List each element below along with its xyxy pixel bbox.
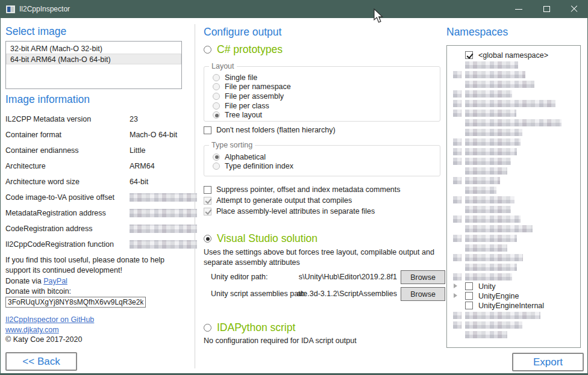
type-sorting-radio[interactable] bbox=[213, 163, 220, 170]
layout-option[interactable]: File per class bbox=[213, 101, 440, 111]
namespace-row bbox=[447, 253, 580, 262]
namespaces-panel[interactable]: <global namespace>UnityUnityEngineUnityE… bbox=[446, 45, 581, 348]
output-checkbox[interactable] bbox=[204, 208, 211, 215]
visual-studio-option[interactable]: Visual Studio solution bbox=[204, 232, 317, 245]
layout-group-label: Layout bbox=[209, 62, 237, 70]
export-button[interactable]: Export bbox=[512, 353, 584, 371]
namespace-row[interactable]: Unity bbox=[447, 282, 580, 291]
namespace-row bbox=[447, 311, 580, 320]
browse-script-assemblies-button[interactable]: Browse bbox=[401, 287, 445, 301]
output-checkbox-row[interactable]: Attempt to generate output that compiles bbox=[204, 196, 352, 205]
expander-icon[interactable] bbox=[454, 284, 457, 288]
visual-studio-description: Uses the settings above but forces tree … bbox=[204, 247, 454, 267]
unity-editor-path-label: Unity editor path: bbox=[211, 273, 268, 281]
output-checkbox-row[interactable]: Suppress pointer, offset and index metad… bbox=[204, 185, 401, 194]
namespace-checkbox[interactable] bbox=[465, 292, 473, 300]
namespace-row bbox=[447, 118, 580, 128]
namespace-row bbox=[447, 330, 580, 339]
csharp-prototypes-radio[interactable] bbox=[204, 46, 211, 54]
idapython-option[interactable]: IDAPython script bbox=[204, 321, 295, 334]
namespace-label: UnityEngine bbox=[478, 292, 519, 300]
close-button[interactable] bbox=[560, 0, 588, 18]
flatten-hierarchy-option[interactable]: Don't nest folders (flatten hierarchy) bbox=[204, 125, 336, 135]
redacted-namespace bbox=[465, 215, 521, 223]
unity-script-assemblies-value[interactable]: ate.3d-3.1.2\ScriptAssemblies bbox=[294, 290, 397, 298]
copyright-text: © Katy Coe 2017-2020 bbox=[5, 335, 82, 344]
info-label: CodeRegistration address bbox=[5, 225, 130, 233]
namespace-checkbox[interactable] bbox=[465, 51, 473, 59]
layout-label: File per namespace bbox=[225, 82, 291, 91]
unity-editor-path-row: Unity editor path: s\Unity\Hub\Editor\20… bbox=[204, 270, 452, 284]
type-sorting-radio[interactable] bbox=[213, 153, 220, 161]
configure-output-column: Configure output C# prototypes Layout Si… bbox=[204, 18, 452, 373]
idapython-radio[interactable] bbox=[204, 324, 211, 332]
maximize-button[interactable] bbox=[533, 0, 560, 18]
visual-studio-label: Visual Studio solution bbox=[217, 232, 317, 245]
namespaces-heading: Namespaces bbox=[446, 26, 508, 39]
namespace-row bbox=[447, 234, 580, 243]
redacted-namespace-lead bbox=[453, 90, 461, 98]
visual-studio-radio[interactable] bbox=[204, 235, 211, 243]
layout-radio[interactable] bbox=[213, 102, 220, 110]
output-checkbox[interactable] bbox=[204, 197, 211, 205]
close-icon bbox=[571, 5, 578, 13]
redacted-namespace bbox=[465, 81, 534, 88]
type-sorting-option[interactable]: Alphabetical bbox=[213, 152, 440, 162]
image-listbox[interactable]: 32-bit ARM (Mach-O 32-bit)64-bit ARM64 (… bbox=[5, 41, 182, 89]
paypal-link[interactable]: PayPal bbox=[43, 277, 67, 285]
redacted-namespace bbox=[465, 206, 511, 213]
redacted-namespace-lead bbox=[453, 100, 461, 107]
namespace-checkbox[interactable] bbox=[465, 282, 473, 290]
unity-editor-path-value[interactable]: s\Unity\Hub\Editor\2019.2.8f1 bbox=[294, 273, 397, 281]
layout-option[interactable]: File per namespace bbox=[213, 82, 440, 92]
donate-bitcoin-label: Donate with bitcoin: bbox=[5, 287, 71, 296]
website-link[interactable]: www.djkaty.com bbox=[5, 326, 59, 334]
image-list-item[interactable]: 32-bit ARM (Mach-O 32-bit) bbox=[6, 43, 181, 54]
namespace-row[interactable]: UnityEngine bbox=[447, 291, 580, 301]
output-checkbox-row[interactable]: Place assembly-level attributes in separ… bbox=[204, 206, 375, 216]
back-button[interactable]: << Back bbox=[5, 352, 77, 371]
unity-script-assemblies-label: Unity script assemblies path: bbox=[211, 290, 307, 298]
type-sorting-option[interactable]: Type definition index bbox=[213, 162, 440, 172]
output-checkbox-label: Suppress pointer, offset and index metad… bbox=[216, 185, 401, 194]
namespace-label: Unity bbox=[478, 282, 495, 291]
namespace-checkbox[interactable] bbox=[465, 302, 473, 309]
layout-option[interactable]: Tree layout bbox=[213, 110, 440, 120]
expander-icon[interactable] bbox=[454, 293, 457, 298]
info-label: Container format bbox=[5, 131, 130, 139]
info-label: Il2CppCodeRegistration function bbox=[5, 240, 130, 249]
csharp-prototypes-option[interactable]: C# prototypes bbox=[204, 43, 283, 56]
layout-radio[interactable] bbox=[213, 111, 220, 119]
flatten-hierarchy-checkbox[interactable] bbox=[204, 126, 211, 134]
layout-radio[interactable] bbox=[213, 93, 220, 100]
app-icon bbox=[6, 5, 15, 13]
layout-radio[interactable] bbox=[213, 83, 220, 90]
redacted-namespace bbox=[465, 71, 525, 78]
titlebar: Il2CppInspector bbox=[0, 0, 588, 18]
layout-radio[interactable] bbox=[213, 74, 220, 81]
redacted-namespace bbox=[465, 110, 516, 117]
layout-groupbox: Layout Single fileFile per namespaceFile… bbox=[204, 66, 440, 122]
namespace-row bbox=[447, 128, 580, 137]
redacted-namespace-lead bbox=[453, 110, 461, 117]
namespace-row bbox=[447, 205, 580, 214]
bitcoin-address-input[interactable] bbox=[5, 297, 146, 308]
redacted-namespace bbox=[465, 235, 517, 242]
namespace-row bbox=[447, 185, 580, 195]
github-link[interactable]: Il2CppInspector on GitHub bbox=[5, 315, 94, 324]
redacted-namespace-lead bbox=[453, 215, 461, 223]
namespace-row[interactable]: <global namespace> bbox=[447, 51, 580, 60]
minimize-button[interactable] bbox=[505, 0, 533, 18]
maximize-icon bbox=[543, 6, 550, 12]
image-list-item[interactable]: 64-bit ARM64 (Mach-O 64-bit) bbox=[6, 54, 181, 64]
layout-option[interactable]: Single file bbox=[213, 73, 440, 82]
namespace-row bbox=[447, 147, 580, 157]
redacted-namespace-lead bbox=[453, 235, 461, 242]
namespace-row[interactable]: UnityEngineInternal bbox=[447, 301, 580, 311]
output-checkbox[interactable] bbox=[204, 186, 211, 194]
browse-editor-path-button[interactable]: Browse bbox=[401, 270, 445, 284]
info-value-redacted bbox=[130, 225, 197, 233]
info-value: 23 bbox=[130, 115, 189, 123]
redacted-namespace bbox=[465, 158, 511, 165]
layout-option[interactable]: File per assembly bbox=[213, 91, 440, 101]
